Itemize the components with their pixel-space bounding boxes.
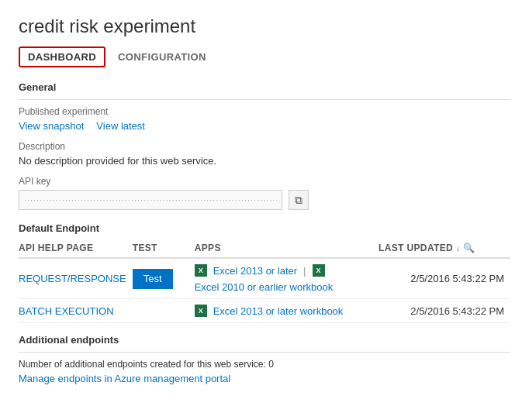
excel-icon-3: X	[195, 305, 207, 317]
batch-execution-link[interactable]: BATCH EXECUTION	[19, 305, 114, 317]
view-latest-link[interactable]: View latest	[96, 120, 145, 132]
pipe-separator: |	[303, 265, 306, 277]
view-snapshot-link[interactable]: View snapshot	[19, 120, 84, 132]
excel-2010-link[interactable]: Excel 2010 or earlier workbook	[195, 281, 333, 293]
app-link-row-rr: X Excel 2013 or later | X Excel 2010 or …	[195, 264, 372, 293]
sort-down-icon[interactable]: ↓	[456, 244, 460, 253]
test-btn-cell-batch	[133, 299, 195, 323]
description-label: Description	[19, 141, 510, 152]
main-container: credit risk experiment DASHBOARD CONFIGU…	[0, 0, 529, 400]
published-label: Published experiment	[19, 106, 510, 117]
batch-execution-link-cell: BATCH EXECUTION	[19, 299, 133, 323]
copy-apikey-button[interactable]: ⧉	[289, 190, 309, 210]
endpoint-table: API HELP PAGE TEST APPS LAST UPDATED ↓ 🔍	[19, 239, 510, 323]
col-apps-header: APPS	[195, 239, 379, 258]
endpoint-table-body: REQUEST/RESPONSE Test X Excel 2013 or la…	[19, 258, 510, 323]
test-btn-cell: Test	[133, 258, 195, 299]
apps-cell-rr: X Excel 2013 or later | X Excel 2010 or …	[195, 258, 379, 299]
table-row: REQUEST/RESPONSE Test X Excel 2013 or la…	[19, 258, 510, 299]
table-row: BATCH EXECUTION X Excel 2013 or later wo…	[19, 299, 510, 323]
last-updated-batch: 2/5/2016 5:43:22 PM	[379, 299, 510, 323]
apps-cell-batch: X Excel 2013 or later workbook	[195, 299, 379, 323]
endpoint-section-label: Default Endpoint	[19, 222, 510, 234]
apikey-section: API key ⧉	[19, 176, 510, 210]
excel-2013-batch-link[interactable]: Excel 2013 or later workbook	[213, 305, 344, 317]
header-row: API HELP PAGE TEST APPS LAST UPDATED ↓ 🔍	[19, 239, 510, 258]
page-title: credit risk experiment	[19, 15, 510, 37]
apikey-row: ⧉	[19, 190, 510, 210]
tabs-bar: DASHBOARD CONFIGURATION	[19, 46, 510, 67]
search-icon[interactable]: 🔍	[463, 243, 475, 253]
published-row: View snapshot View latest	[19, 120, 510, 132]
additional-desc: Number of additional endpoints created f…	[19, 359, 510, 370]
general-divider	[19, 99, 510, 100]
additional-label: Additional endpoints	[19, 334, 510, 346]
copy-icon: ⧉	[295, 194, 303, 207]
app-link-row-batch: X Excel 2013 or later workbook	[195, 305, 372, 317]
last-updated-rr: 2/5/2016 5:43:22 PM	[379, 258, 510, 299]
apikey-label: API key	[19, 176, 510, 187]
col-lastupdated-header: LAST UPDATED ↓ 🔍	[379, 239, 510, 258]
tab-configuration[interactable]: CONFIGURATION	[118, 46, 216, 67]
excel-icon-1: X	[195, 264, 207, 277]
test-button-rr[interactable]: Test	[133, 269, 173, 289]
excel-icon-2: X	[313, 264, 325, 277]
last-updated-header-label: LAST UPDATED ↓ 🔍	[379, 243, 504, 253]
col-test-header: TEST	[133, 239, 195, 258]
request-response-link[interactable]: REQUEST/RESPONSE	[19, 273, 126, 284]
general-section-label: General	[19, 81, 510, 93]
excel-2013-link[interactable]: Excel 2013 or later	[213, 265, 297, 277]
manage-endpoints-link[interactable]: Manage endpoints in Azure management por…	[19, 373, 230, 384]
endpoint-table-header: API HELP PAGE TEST APPS LAST UPDATED ↓ 🔍	[19, 239, 510, 258]
description-text: No description provided for this web ser…	[19, 155, 510, 167]
additional-endpoints-section: Additional endpoints Number of additiona…	[19, 334, 510, 384]
apikey-input[interactable]	[19, 190, 282, 210]
request-response-link-cell: REQUEST/RESPONSE	[19, 258, 133, 299]
col-apihelp-header: API HELP PAGE	[19, 239, 133, 258]
description-section: Description No description provided for …	[19, 141, 510, 167]
tab-dashboard[interactable]: DASHBOARD	[19, 46, 105, 67]
additional-divider	[19, 352, 510, 353]
default-endpoint-section: Default Endpoint API HELP PAGE TEST APPS…	[19, 222, 510, 323]
